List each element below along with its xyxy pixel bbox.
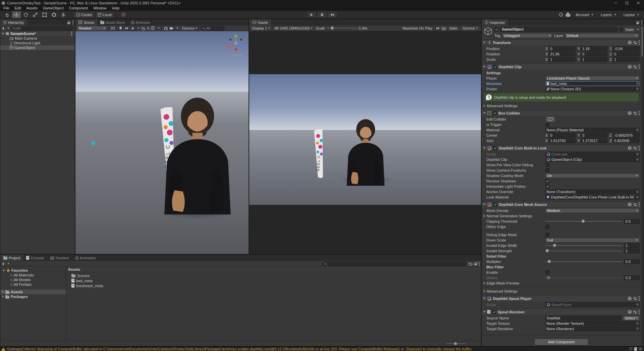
- value-z-input[interactable]: -0.6662975: [613, 133, 640, 138]
- row-edge-mask-preview[interactable]: Edge Mask Preview: [482, 280, 641, 286]
- slider-invalid-strength[interactable]: [545, 249, 622, 253]
- hand-tool-button[interactable]: [3, 11, 11, 18]
- object-picker-icon[interactable]: [635, 327, 639, 331]
- value-x-input[interactable]: 21.96: [549, 52, 575, 56]
- gameobject-cube-icon[interactable]: [484, 27, 492, 36]
- value-z-input[interactable]: -0.54: [613, 46, 640, 51]
- close-button[interactable]: [633, 0, 644, 6]
- dropdown-down-scale[interactable]: Full: [545, 238, 640, 243]
- object-picker-icon[interactable]: [635, 303, 639, 307]
- checkbox-receive-shadows[interactable]: [545, 179, 549, 183]
- foldout-icon[interactable]: [483, 204, 486, 205]
- hierarchy-search-input[interactable]: All: [11, 26, 73, 31]
- menu-file[interactable]: File: [1, 6, 12, 11]
- pivot-center-button[interactable]: Center: [74, 11, 95, 18]
- component-enabled-checkbox[interactable]: [492, 310, 496, 314]
- pause-button[interactable]: [317, 11, 327, 18]
- slider-value-input[interactable]: 1: [624, 243, 640, 248]
- scene-camera-icon[interactable]: [169, 26, 174, 31]
- tab-animator[interactable]: Animator: [128, 19, 153, 26]
- checkbox-enable[interactable]: [545, 270, 549, 274]
- maximize-on-play-toggle[interactable]: Maximize On Play: [401, 26, 434, 31]
- object-picker-icon[interactable]: [635, 158, 639, 162]
- slider-value-input[interactable]: 0.5: [624, 219, 640, 224]
- lock-icon[interactable]: [636, 22, 639, 24]
- project-search-input[interactable]: [322, 262, 467, 266]
- component-enabled-checkbox[interactable]: [493, 65, 497, 69]
- pivot-local-button[interactable]: Local: [95, 11, 114, 18]
- component-menu-icon[interactable]: [639, 311, 640, 312]
- static-checkbox[interactable]: [619, 28, 623, 32]
- status-bar[interactable]: GarbageCollector disposing of ComputeBuf…: [0, 346, 644, 351]
- foldout-icon[interactable]: [484, 215, 485, 217]
- slider-value-input[interactable]: 0.3: [624, 275, 640, 280]
- scene-visibility-icon[interactable]: [141, 26, 146, 31]
- foldout-icon[interactable]: [483, 66, 486, 68]
- object-field-script[interactable]: SpoutPlayer: [545, 302, 640, 307]
- foldout-icon[interactable]: [484, 290, 485, 293]
- value-z-input[interactable]: 0: [613, 52, 640, 56]
- orientation-gizmo[interactable]: [226, 33, 246, 53]
- display-dropdown[interactable]: Display 1: [251, 26, 271, 31]
- folder-packages[interactable]: Packages: [0, 294, 66, 299]
- collab-cloud-icon[interactable]: [566, 14, 571, 17]
- vsync-icon[interactable]: [442, 27, 446, 30]
- object-picker-icon[interactable]: [635, 152, 639, 156]
- dropdown-shadow-casting-mode[interactable]: On: [545, 173, 640, 178]
- create-dropdown-arrow[interactable]: [7, 263, 9, 264]
- row-advanced-settings[interactable]: Advanced Settings: [482, 103, 641, 108]
- favorites-row[interactable]: Favorites: [0, 268, 66, 273]
- scene-viewport[interactable]: Persp: [75, 31, 249, 254]
- value-y-input[interactable]: 1: [581, 57, 607, 62]
- lock-icon[interactable]: [67, 22, 70, 24]
- value-y-input[interactable]: 0: [581, 52, 607, 56]
- value-y-input[interactable]: 1.272017: [581, 138, 607, 143]
- foldout-icon[interactable]: [2, 33, 4, 35]
- component-menu-icon[interactable]: [639, 113, 640, 114]
- depthkit-logo-object[interactable]: [85, 111, 113, 146]
- slider-value-input[interactable]: 1: [624, 249, 640, 253]
- rect-tool-button[interactable]: [40, 11, 49, 18]
- add-component-button[interactable]: Add Component: [535, 339, 588, 345]
- hierarchy-item-directional-light[interactable]: Directional Light: [0, 41, 75, 45]
- effects-dropdown-arrow[interactable]: [138, 28, 140, 29]
- row-normal-generation-settings[interactable]: Normal Generation Settings: [482, 213, 641, 218]
- component-menu-icon[interactable]: [639, 42, 640, 43]
- dropdown-player[interactable]: Livestream Player (Spout): [545, 76, 640, 81]
- custom-tool-button[interactable]: [59, 11, 68, 18]
- tab-asset-store[interactable]: Asset Store: [97, 19, 128, 26]
- foldout-icon[interactable]: [484, 104, 485, 107]
- hidden-packages-icon[interactable]: [468, 262, 473, 266]
- progress-icon[interactable]: [629, 347, 632, 350]
- select-button[interactable]: Select: [623, 316, 640, 320]
- object-picker-icon[interactable]: [635, 195, 639, 199]
- value-y-input[interactable]: 0: [581, 133, 607, 138]
- text-input-source-name[interactable]: Depthkit: [545, 316, 622, 320]
- hierarchy-item-main-camera[interactable]: Main Camera: [0, 36, 75, 41]
- object-field-target-renderer[interactable]: None (Renderer): [545, 326, 640, 331]
- inspector-scrollbar[interactable]: [641, 26, 643, 346]
- step-button[interactable]: [327, 11, 337, 18]
- edit-collider-button[interactable]: [545, 116, 555, 122]
- component-menu-icon[interactable]: [639, 147, 640, 148]
- tab-animation[interactable]: Animation: [72, 255, 99, 261]
- maximize-button[interactable]: [621, 0, 633, 6]
- shading-mode-dropdown[interactable]: Shaded: [77, 26, 107, 31]
- perspective-label[interactable]: Persp: [231, 53, 242, 57]
- foldout-icon[interactable]: [483, 112, 486, 114]
- mute-audio-icon[interactable]: [436, 26, 440, 31]
- checkbox-show-camera-frustums[interactable]: [545, 168, 549, 172]
- scene-tools-icon[interactable]: [163, 26, 168, 31]
- console-status-icon[interactable]: [634, 347, 637, 351]
- slider-invalid-edge-width[interactable]: [545, 243, 622, 248]
- grid-visibility-icon[interactable]: [151, 26, 155, 30]
- scene-menu-icon[interactable]: [71, 33, 72, 34]
- layers-dropdown[interactable]: Layers: [598, 11, 619, 18]
- scale-slider[interactable]: [327, 26, 357, 30]
- hierarchy-item-gameobject[interactable]: GameObject: [0, 45, 75, 50]
- breadcrumb[interactable]: Assets: [66, 267, 481, 272]
- object-picker-icon[interactable]: [635, 190, 639, 194]
- activity-icon[interactable]: [639, 347, 642, 350]
- foldout-icon[interactable]: [483, 147, 486, 149]
- object-field-anchor-override[interactable]: None (Transform): [545, 189, 640, 194]
